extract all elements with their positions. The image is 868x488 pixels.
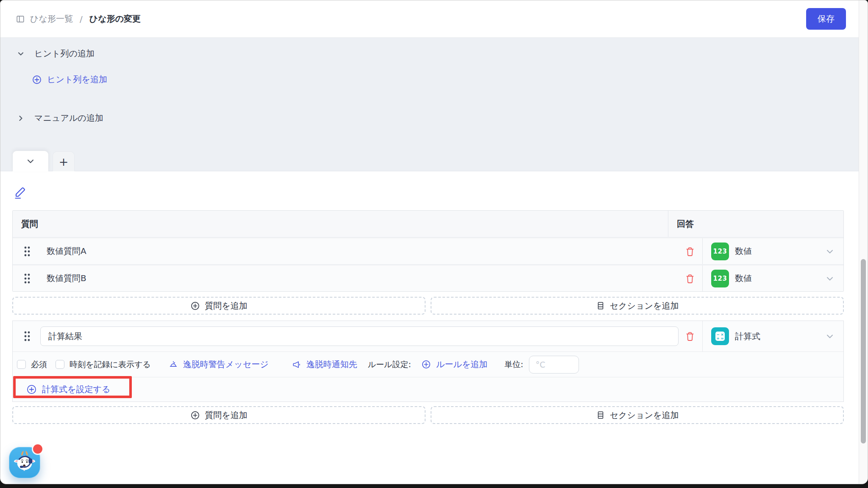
question-label: 数値質問A — [47, 245, 86, 257]
chevron-down-icon — [825, 273, 835, 284]
notification-dot — [33, 444, 42, 454]
show-time-checkbox-field: 時刻を記録に表示する — [56, 359, 151, 370]
table-row: 数値質問A 123 数値 — [13, 237, 843, 264]
add-section-button[interactable]: セクションを追加 — [431, 297, 844, 315]
calc-options-row: 必須 時刻を記録に表示する 逸脱時警告メッセージ 逸脱時通知先 ルール設定: — [13, 351, 843, 377]
add-bar: 質問を追加 セクションを追加 — [12, 406, 844, 424]
calc-question-row: −×+= 計算式 — [13, 321, 843, 351]
add-rule-link[interactable]: ルールを追加 — [421, 359, 487, 370]
deviation-warning-link[interactable]: 逸脱時警告メッセージ — [169, 359, 269, 370]
question-label: 数値質問B — [47, 273, 86, 284]
circle-plus-icon — [26, 384, 37, 395]
answer-type-select[interactable]: 123 数値 — [702, 238, 843, 264]
add-sheet-tab[interactable]: + — [53, 151, 75, 171]
breadcrumb-separator: / — [80, 14, 83, 24]
drag-handle-icon[interactable] — [23, 273, 31, 284]
answer-column-header: 回答 — [668, 211, 843, 237]
show-time-checkbox[interactable] — [56, 360, 64, 369]
calc-formula-row: 計算式を設定する — [13, 377, 843, 402]
rule-setting-label: ルール設定: — [368, 359, 411, 370]
sheet-content: 質問 回答 数値質問A 123 数値 — [0, 171, 868, 424]
edit-sheet-name-button[interactable] — [13, 185, 27, 199]
set-formula-link[interactable]: 計算式を設定する — [26, 384, 110, 395]
circle-plus-icon — [190, 301, 200, 311]
question-title-input[interactable] — [40, 326, 679, 346]
chevron-down-icon — [825, 246, 835, 257]
svg-text:+: + — [716, 336, 720, 340]
chevron-down-icon — [17, 50, 25, 58]
trash-icon — [684, 331, 696, 342]
manual-toggle[interactable]: マニュアルの追加 — [17, 112, 103, 124]
table-header-row: 質問 回答 — [13, 211, 843, 237]
hint-section-title: ヒント列の追加 — [34, 48, 95, 59]
answer-type-select[interactable]: 123 数値 — [702, 265, 843, 291]
calc-question-group: −×+= 計算式 必須 時刻を記録に表示する — [12, 321, 844, 402]
answer-type-select[interactable]: −×+= 計算式 — [702, 321, 843, 351]
circle-plus-icon — [32, 75, 42, 85]
circle-plus-icon — [421, 360, 431, 369]
answer-type-label: 数値 — [735, 245, 752, 257]
unit-input[interactable] — [529, 356, 579, 374]
save-button[interactable]: 保存 — [806, 8, 846, 30]
template-settings-panel: ヒント列の追加 ヒント列を追加 マニュアルの追加 + — [0, 38, 868, 171]
add-question-button[interactable]: 質問を追加 — [12, 406, 426, 424]
hint-columns-toggle[interactable]: ヒント列の追加 — [17, 48, 95, 59]
deviation-notify-link[interactable]: 逸脱時通知先 — [292, 359, 357, 370]
svg-text:−: − — [716, 332, 720, 337]
required-checkbox[interactable] — [17, 360, 26, 369]
section-icon — [596, 410, 605, 420]
chevron-down-icon — [25, 156, 36, 166]
answer-type-label: 計算式 — [735, 331, 760, 342]
app-window: ひな形一覧 / ひな形の変更 保存 ヒント列の追加 ヒント列を追加 マニュアルの… — [0, 0, 868, 484]
scrollbar-thumb[interactable] — [861, 259, 866, 443]
svg-text:×: × — [721, 332, 724, 337]
breadcrumb: ひな形一覧 / ひな形の変更 — [16, 13, 141, 25]
required-checkbox-field: 必須 — [17, 359, 47, 370]
pencil-icon — [13, 185, 27, 199]
section-icon — [596, 301, 605, 310]
question-table: 質問 回答 数値質問A 123 数値 — [12, 210, 844, 292]
goat-mascot-icon — [12, 450, 37, 475]
plus-icon: + — [59, 155, 69, 168]
add-bar: 質問を追加 セクションを追加 — [12, 297, 844, 315]
add-section-button[interactable]: セクションを追加 — [431, 406, 844, 424]
answer-type-label: 数値 — [735, 273, 752, 284]
chevron-down-icon — [825, 331, 835, 341]
sheet-tabbar: + — [12, 151, 75, 171]
chevron-right-icon — [17, 114, 25, 123]
active-sheet-tab[interactable] — [12, 151, 49, 171]
trash-icon — [684, 246, 696, 257]
vertical-scrollbar[interactable] — [859, 0, 868, 484]
drag-handle-icon[interactable] — [23, 246, 31, 257]
page-title: ひな形の変更 — [89, 13, 141, 25]
delete-question-button[interactable] — [684, 273, 696, 284]
trash-icon — [684, 273, 696, 284]
numeric-type-icon: 123 — [711, 243, 729, 260]
delete-question-button[interactable] — [684, 246, 696, 257]
template-list-icon — [16, 14, 25, 24]
table-row: 数値質問B 123 数値 — [13, 264, 843, 291]
drag-handle-icon[interactable] — [23, 331, 31, 342]
page-header: ひな形一覧 / ひな形の変更 保存 — [0, 0, 868, 38]
delete-question-button[interactable] — [684, 331, 696, 342]
add-question-button[interactable]: 質問を追加 — [12, 297, 426, 315]
svg-text:=: = — [721, 336, 724, 340]
alarm-bell-icon — [169, 360, 178, 369]
unit-label: 単位: — [504, 359, 523, 370]
manual-section-title: マニュアルの追加 — [34, 112, 103, 124]
megaphone-icon — [292, 360, 301, 369]
add-hint-column-label: ヒント列を追加 — [47, 74, 107, 85]
question-column-header: 質問 — [13, 211, 668, 237]
add-hint-column-link[interactable]: ヒント列を追加 — [32, 74, 107, 85]
chat-support-widget[interactable] — [9, 447, 40, 478]
calc-type-icon: −×+= — [711, 327, 729, 345]
breadcrumb-parent[interactable]: ひな形一覧 — [30, 13, 73, 25]
circle-plus-icon — [190, 410, 200, 420]
numeric-type-icon: 123 — [711, 270, 729, 287]
